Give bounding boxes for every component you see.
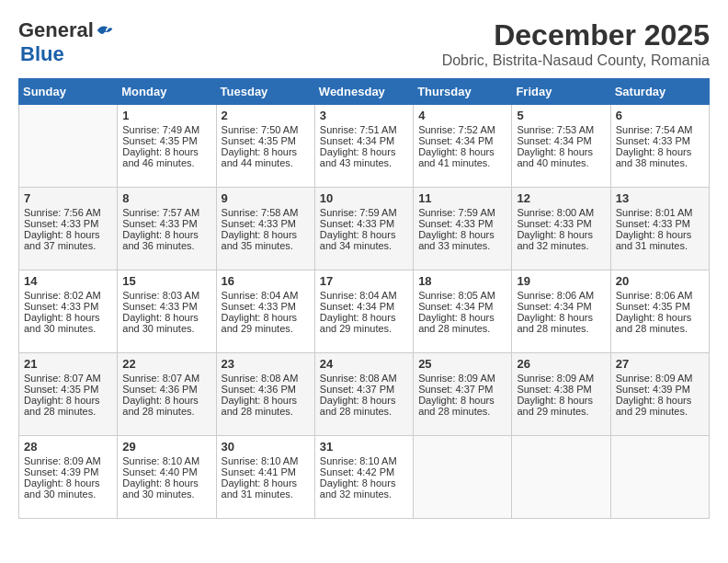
day-info-line: Sunset: 4:35 PM (616, 301, 704, 312)
day-info-line: and 28 minutes. (418, 323, 506, 334)
day-info-line: Sunset: 4:37 PM (418, 384, 506, 395)
day-info-line: and 29 minutes. (517, 406, 605, 417)
calendar-cell (610, 436, 709, 519)
day-number: 3 (320, 109, 408, 122)
day-info-line: Sunset: 4:33 PM (320, 218, 408, 229)
day-of-week-header: Friday (512, 79, 610, 105)
day-number: 7 (24, 191, 112, 205)
day-info-line: Sunset: 4:34 PM (320, 135, 408, 146)
logo-bird-icon (96, 21, 114, 40)
title-section: December 2025 Dobric, Bistrita-Nasaud Co… (442, 18, 710, 69)
day-info-line: Sunrise: 8:07 AM (24, 373, 112, 384)
day-info-line: Daylight: 8 hours (122, 312, 210, 323)
day-info-line: and 30 minutes. (24, 488, 112, 500)
day-info-line: Sunrise: 8:00 AM (517, 207, 605, 218)
day-info-line: Sunrise: 8:08 AM (320, 373, 408, 384)
day-info-line: Daylight: 8 hours (222, 229, 310, 240)
day-info-line: and 41 minutes. (418, 157, 506, 168)
day-info-line: Daylight: 8 hours (24, 229, 112, 240)
day-of-week-header: Tuesday (216, 79, 314, 105)
calendar-cell: 17Sunrise: 8:04 AMSunset: 4:34 PMDayligh… (314, 270, 413, 353)
day-number: 1 (122, 109, 210, 122)
day-info-line: Sunset: 4:34 PM (517, 135, 605, 146)
day-number: 14 (24, 274, 112, 288)
calendar-cell: 8Sunrise: 7:57 AMSunset: 4:33 PMDaylight… (118, 188, 216, 270)
day-number: 15 (122, 274, 210, 288)
day-info-line: Sunset: 4:35 PM (222, 135, 310, 146)
day-info-line: Daylight: 8 hours (122, 477, 210, 488)
calendar-week-row: 7Sunrise: 7:56 AMSunset: 4:33 PMDaylight… (19, 188, 710, 270)
day-info-line: and 29 minutes. (320, 323, 408, 334)
day-info-line: Sunrise: 8:03 AM (122, 290, 210, 301)
day-info-line: Daylight: 8 hours (517, 312, 605, 323)
day-info-line: Daylight: 8 hours (222, 395, 310, 406)
calendar-table: SundayMondayTuesdayWednesdayThursdayFrid… (18, 78, 710, 519)
logo-general-text: General (18, 18, 94, 42)
day-number: 21 (24, 357, 112, 371)
day-number: 4 (418, 109, 506, 122)
day-info-line: and 30 minutes. (122, 323, 210, 334)
day-info-line: Daylight: 8 hours (122, 229, 210, 240)
day-info-line: and 36 minutes. (122, 240, 210, 251)
day-number: 6 (616, 109, 704, 122)
calendar-cell: 28Sunrise: 8:09 AMSunset: 4:39 PMDayligh… (19, 436, 118, 519)
day-number: 22 (122, 357, 210, 371)
day-info-line: Sunset: 4:33 PM (122, 301, 210, 312)
day-number: 9 (222, 191, 310, 205)
day-info-line: Daylight: 8 hours (24, 477, 112, 488)
day-info-line: and 29 minutes. (616, 406, 704, 417)
calendar-cell: 24Sunrise: 8:08 AMSunset: 4:37 PMDayligh… (314, 353, 413, 436)
day-info-line: Sunset: 4:37 PM (320, 384, 408, 395)
calendar-cell: 13Sunrise: 8:01 AMSunset: 4:33 PMDayligh… (610, 188, 709, 270)
calendar-cell: 7Sunrise: 7:56 AMSunset: 4:33 PMDaylight… (19, 188, 118, 270)
day-info-line: Sunrise: 7:49 AM (122, 124, 210, 135)
day-info-line: and 28 minutes. (24, 406, 112, 417)
day-info-line: and 33 minutes. (418, 240, 506, 251)
day-info-line: Daylight: 8 hours (222, 477, 310, 488)
day-info-line: Daylight: 8 hours (616, 146, 704, 157)
day-info-line: Daylight: 8 hours (418, 229, 506, 240)
day-number: 28 (24, 440, 112, 454)
day-number: 13 (616, 191, 704, 205)
calendar-cell: 14Sunrise: 8:02 AMSunset: 4:33 PMDayligh… (19, 270, 118, 353)
calendar-cell: 10Sunrise: 7:59 AMSunset: 4:33 PMDayligh… (314, 188, 413, 270)
day-number: 23 (222, 357, 310, 371)
calendar-cell (19, 105, 118, 188)
day-info-line: Daylight: 8 hours (320, 229, 408, 240)
day-info-line: Daylight: 8 hours (122, 395, 210, 406)
calendar-cell: 1Sunrise: 7:49 AMSunset: 4:35 PMDaylight… (118, 105, 216, 188)
day-number: 11 (418, 191, 506, 205)
logo: General Blue (18, 18, 114, 66)
calendar-week-row: 28Sunrise: 8:09 AMSunset: 4:39 PMDayligh… (19, 436, 710, 519)
day-info-line: Daylight: 8 hours (517, 395, 605, 406)
day-info-line: and 31 minutes. (222, 488, 310, 500)
day-info-line: Sunrise: 7:56 AM (24, 207, 112, 218)
day-info-line: Sunrise: 8:09 AM (24, 455, 112, 466)
day-info-line: Sunset: 4:33 PM (418, 218, 506, 229)
day-info-line: Sunrise: 8:04 AM (320, 290, 408, 301)
calendar-cell: 6Sunrise: 7:54 AMSunset: 4:33 PMDaylight… (610, 105, 709, 188)
day-info-line: Sunrise: 8:10 AM (122, 455, 210, 466)
day-info-line: Sunrise: 8:10 AM (320, 455, 408, 466)
day-info-line: Sunset: 4:34 PM (320, 301, 408, 312)
day-info-line: Sunrise: 8:05 AM (418, 290, 506, 301)
day-number: 10 (320, 191, 408, 205)
day-info-line: Sunset: 4:39 PM (24, 466, 112, 477)
day-info-line: Sunrise: 8:04 AM (222, 290, 310, 301)
day-number: 24 (320, 357, 408, 371)
day-info-line: Daylight: 8 hours (122, 146, 210, 157)
day-info-line: Daylight: 8 hours (418, 312, 506, 323)
day-info-line: Sunset: 4:33 PM (517, 218, 605, 229)
day-info-line: and 44 minutes. (222, 157, 310, 168)
calendar-cell: 5Sunrise: 7:53 AMSunset: 4:34 PMDaylight… (512, 105, 610, 188)
calendar-week-row: 21Sunrise: 8:07 AMSunset: 4:35 PMDayligh… (19, 353, 710, 436)
calendar-cell: 26Sunrise: 8:09 AMSunset: 4:38 PMDayligh… (512, 353, 610, 436)
day-number: 27 (616, 357, 704, 371)
calendar-cell: 31Sunrise: 8:10 AMSunset: 4:42 PMDayligh… (314, 436, 413, 519)
day-info-line: Sunrise: 8:01 AM (616, 207, 704, 218)
logo-blue-text: Blue (20, 42, 64, 66)
calendar-cell: 20Sunrise: 8:06 AMSunset: 4:35 PMDayligh… (610, 270, 709, 353)
day-info-line: Sunrise: 8:08 AM (222, 373, 310, 384)
day-info-line: Sunset: 4:34 PM (418, 135, 506, 146)
day-number: 29 (122, 440, 210, 454)
